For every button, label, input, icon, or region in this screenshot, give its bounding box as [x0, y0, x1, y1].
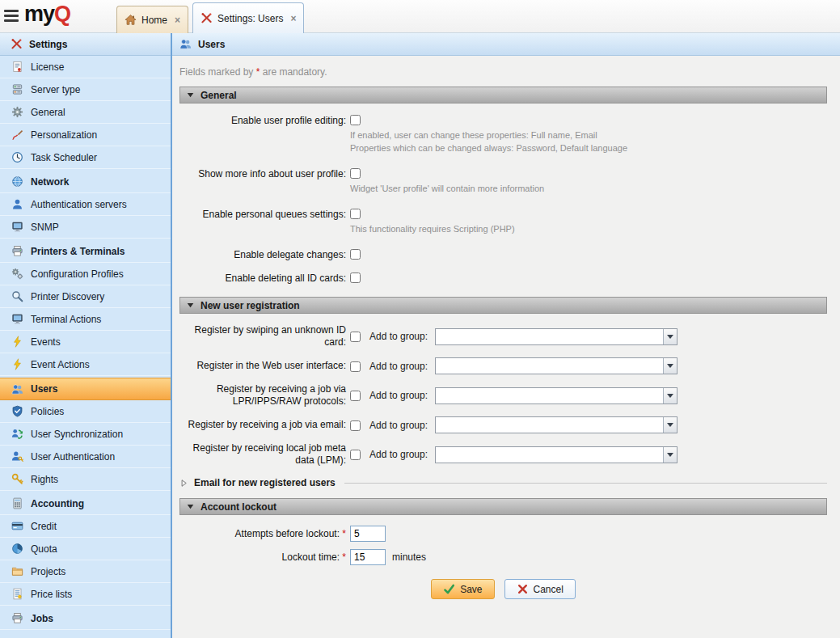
form-row: Enable deleting all ID cards: — [179, 272, 827, 285]
chevron-down-icon[interactable] — [663, 329, 677, 344]
sidebar-item-label: Network — [31, 176, 69, 188]
form-row: Register by receiving a job via LPR/IPPS… — [179, 383, 827, 408]
form-row: Lockout time: * minutes — [179, 549, 827, 565]
section-header-new-user-registration[interactable]: New user registration — [179, 297, 827, 314]
help-text: Properties which can be changed always: … — [350, 143, 627, 154]
sidebar-item-label: Credit — [31, 521, 57, 532]
sidebar-item-configuration-profiles[interactable]: Configuration Profiles — [0, 263, 171, 285]
gear-icon — [11, 106, 23, 118]
sidebar-item-quota[interactable]: Quota — [0, 538, 171, 560]
field-label: Register by swiping an unknown ID card: — [179, 324, 346, 349]
personal-queues-checkbox[interactable] — [350, 209, 361, 219]
register-email-group-dropdown[interactable] — [435, 416, 677, 433]
chevron-down-icon[interactable] — [663, 388, 677, 404]
sidebar-item-printer-discovery[interactable]: Printer Discovery — [0, 285, 171, 308]
lockout-time-input[interactable] — [350, 549, 386, 565]
register-email-checkbox[interactable] — [350, 420, 361, 431]
sidebar-item-general[interactable]: General — [0, 101, 171, 124]
help-text: This functionality requires Scripting (P… — [350, 224, 515, 234]
delegate-changes-checkbox[interactable] — [350, 249, 361, 260]
field-label: Enable user profile editing: — [179, 114, 346, 127]
help-text: If enabled, user can change these proper… — [350, 130, 627, 141]
chevron-down-icon[interactable] — [663, 417, 677, 433]
attempts-before-lockout-input[interactable] — [350, 526, 386, 542]
key-icon — [11, 473, 23, 485]
sidebar-item-label: Personalization — [31, 129, 97, 141]
form-row: Register by swiping an unknown ID card: … — [179, 324, 827, 349]
sidebar-item-label: Printers & Terminals — [31, 246, 125, 257]
sidebar-item-projects[interactable]: Projects — [0, 560, 171, 583]
close-icon[interactable]: × — [290, 13, 296, 24]
chevron-down-icon[interactable] — [663, 447, 677, 463]
sidebar-item-snmp[interactable]: SNMP — [0, 216, 171, 239]
sidebar-item-user-authentication[interactable]: User Authentication — [0, 446, 171, 468]
chevron-down-icon[interactable] — [663, 358, 677, 374]
printer-icon — [11, 612, 23, 624]
gears-icon — [11, 268, 23, 280]
triangle-right-icon — [179, 479, 188, 488]
sidebar-item-authentication-servers[interactable]: Authentication servers — [0, 193, 171, 216]
sidebar-item-rights[interactable]: Rights — [0, 468, 171, 491]
sidebar-item-accounting[interactable]: Accounting — [0, 492, 171, 515]
form-row: Register by receiving a job via email: A… — [179, 416, 827, 433]
register-web-ui-group-dropdown[interactable] — [435, 357, 677, 374]
tab-home[interactable]: Home × — [116, 6, 188, 33]
check-icon — [443, 583, 455, 595]
sidebar-item-users[interactable]: Users — [0, 378, 171, 400]
field-label: Register in the Web user interface: — [179, 360, 346, 372]
sidebar-item-label: Authentication servers — [31, 199, 127, 210]
field-label: Enable personal queues settings: — [179, 208, 346, 221]
mandatory-star: * — [342, 551, 346, 563]
sidebar-item-server-type[interactable]: Server type — [0, 78, 171, 101]
section-header-email-for-new-registered-users[interactable]: Email for new registered users — [179, 477, 827, 488]
sidebar-item-label: User Authentication — [31, 451, 115, 463]
dropdown-value — [436, 417, 663, 433]
register-lpr-checkbox[interactable] — [350, 391, 361, 401]
register-lpr-group-dropdown[interactable] — [435, 387, 677, 404]
sidebar-item-user-synchronization[interactable]: User Synchronization — [0, 423, 171, 446]
tools-icon — [201, 12, 213, 24]
tab-settings-users[interactable]: Settings: Users × — [192, 2, 304, 33]
sidebar-item-label: Server type — [31, 84, 80, 95]
register-lpm-group-dropdown[interactable] — [435, 446, 677, 463]
people-icon — [179, 38, 192, 50]
register-id-card-group-dropdown[interactable] — [435, 328, 677, 345]
sidebar-item-events[interactable]: Events — [0, 331, 171, 353]
sidebar-item-personalization[interactable]: Personalization — [0, 124, 171, 146]
sidebar-item-label: Events — [31, 336, 61, 348]
sidebar-item-price-lists[interactable]: Price lists — [0, 583, 171, 606]
section-title: New user registration — [201, 300, 300, 311]
section-header-account-lockout[interactable]: Account lockout — [179, 498, 827, 515]
field-label: Register by receiving local job meta dat… — [179, 442, 346, 467]
sidebar-item-printers-terminals[interactable]: Printers & Terminals — [0, 240, 171, 263]
enable-user-profile-editing-checkbox[interactable] — [350, 115, 361, 125]
sidebar-item-jobs[interactable]: Jobs — [0, 607, 171, 630]
hamburger-menu-icon[interactable] — [4, 10, 20, 24]
section-header-general[interactable]: General — [179, 87, 827, 104]
dropdown-value — [436, 447, 663, 463]
help-text: Widget 'User profile' will contain more … — [350, 184, 544, 194]
form-row: Enable delegate changes: — [179, 248, 827, 262]
tools-icon — [11, 38, 23, 50]
register-web-ui-checkbox[interactable] — [350, 361, 361, 372]
sidebar-item-terminal-actions[interactable]: Terminal Actions — [0, 308, 171, 331]
save-button[interactable]: Save — [431, 579, 494, 599]
home-icon — [125, 14, 137, 26]
register-lpm-checkbox[interactable] — [350, 450, 361, 460]
register-id-card-checkbox[interactable] — [350, 332, 361, 342]
show-more-info-checkbox[interactable] — [350, 168, 361, 179]
globe-icon — [11, 175, 23, 188]
sidebar-item-credit[interactable]: Credit — [0, 515, 171, 538]
shield-icon — [11, 405, 23, 417]
sidebar-item-event-actions[interactable]: Event Actions — [0, 353, 171, 376]
myq-logo[interactable]: myQ — [24, 2, 70, 27]
sidebar-item-license[interactable]: License — [0, 56, 171, 78]
sidebar-title: Settings — [29, 39, 67, 50]
sidebar-item-network[interactable]: Network — [0, 171, 171, 193]
sidebar-item-policies[interactable]: Policies — [0, 400, 171, 423]
lightning-icon — [11, 336, 23, 348]
cancel-button[interactable]: Cancel — [504, 579, 576, 599]
deleting-id-cards-checkbox[interactable] — [350, 273, 361, 283]
close-icon[interactable]: × — [175, 15, 180, 26]
sidebar-item-task-scheduler[interactable]: Task Scheduler — [0, 146, 171, 169]
